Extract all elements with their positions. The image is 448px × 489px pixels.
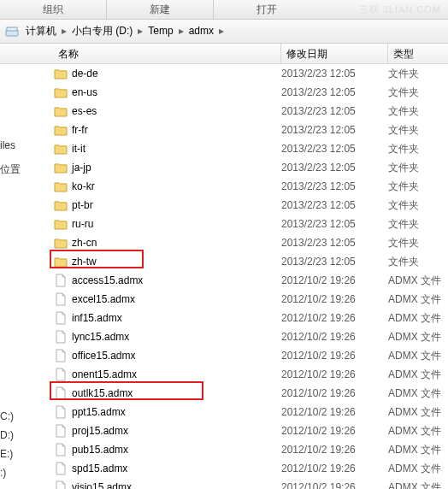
item-name: excel15.admx xyxy=(72,293,281,305)
folder-icon xyxy=(53,143,68,155)
item-name: outlk15.admx xyxy=(72,387,281,399)
item-name: pub15.admx xyxy=(72,444,281,456)
item-name: ppt15.admx xyxy=(72,406,281,418)
item-date: 2012/10/2 19:26 xyxy=(281,462,388,474)
column-type[interactable]: 类型 xyxy=(388,44,448,63)
item-type: 文件夹 xyxy=(388,104,448,119)
list-item[interactable]: es-es2013/2/23 12:05文件夹 xyxy=(0,102,448,121)
item-name: zh-cn xyxy=(72,237,281,249)
item-name: lync15.admx xyxy=(72,331,281,343)
item-type: 文件夹 xyxy=(388,85,448,100)
list-item[interactable]: spd15.admx2012/10/2 19:26ADMX 文件 xyxy=(0,459,448,478)
item-name: es-es xyxy=(72,105,281,117)
list-item[interactable]: access15.admx2012/10/2 19:26ADMX 文件 xyxy=(0,271,448,290)
breadcrumb-item[interactable]: 计算机 xyxy=(22,25,60,37)
column-date[interactable]: 修改日期 xyxy=(281,44,388,63)
item-date: 2012/10/2 19:26 xyxy=(281,293,388,305)
chevron-right-icon: ▸ xyxy=(60,25,68,37)
breadcrumb-item[interactable]: Temp xyxy=(144,25,176,37)
item-date: 2012/10/2 19:26 xyxy=(281,425,388,437)
toolbar-new[interactable]: 新建 xyxy=(107,0,213,19)
list-item[interactable]: ja-jp2013/2/23 12:05文件夹 xyxy=(0,158,448,177)
folder-icon xyxy=(53,86,68,98)
item-name: pt-br xyxy=(72,199,281,211)
item-date: 2012/10/2 19:26 xyxy=(281,481,388,489)
item-type: ADMX 文件 xyxy=(388,462,448,476)
item-date: 2013/2/23 12:05 xyxy=(281,162,388,174)
list-item[interactable]: de-de2013/2/23 12:05文件夹 xyxy=(0,64,448,83)
list-item[interactable]: pub15.admx2012/10/2 19:26ADMX 文件 xyxy=(0,440,448,459)
list-item[interactable]: proj15.admx2012/10/2 19:26ADMX 文件 xyxy=(0,421,448,440)
item-type: ADMX 文件 xyxy=(388,349,448,363)
item-name: spd15.admx xyxy=(72,462,281,474)
sidebar-fragment: C:) xyxy=(0,410,14,422)
list-item[interactable]: excel15.admx2012/10/2 19:26ADMX 文件 xyxy=(0,290,448,309)
list-item[interactable]: onent15.admx2012/10/2 19:26ADMX 文件 xyxy=(0,365,448,384)
drive-icon xyxy=(5,25,19,38)
sidebar-fragment: :) xyxy=(0,467,6,479)
breadcrumb-item[interactable]: admx xyxy=(186,25,217,37)
item-date: 2013/2/23 12:05 xyxy=(281,105,388,117)
list-item[interactable]: zh-tw2013/2/23 12:05文件夹 xyxy=(0,252,448,271)
list-item[interactable]: en-us2013/2/23 12:05文件夹 xyxy=(0,83,448,102)
item-name: onent15.admx xyxy=(72,368,281,380)
file-icon xyxy=(53,368,68,381)
item-date: 2012/10/2 19:26 xyxy=(281,331,388,343)
item-name: office15.admx xyxy=(72,350,281,362)
toolbar-organize[interactable]: 组织 xyxy=(0,0,106,19)
item-name: zh-tw xyxy=(72,256,281,268)
file-icon xyxy=(53,443,68,457)
item-date: 2013/2/23 12:05 xyxy=(281,86,388,98)
list-item[interactable]: visio15.admx2012/10/2 19:26ADMX 文件 xyxy=(0,478,448,489)
sidebar-fragment: E:) xyxy=(0,448,13,460)
list-item[interactable]: ko-kr2013/2/23 12:05文件夹 xyxy=(0,177,448,196)
file-icon xyxy=(53,274,68,287)
file-icon xyxy=(53,292,68,306)
folder-icon xyxy=(53,180,68,192)
item-type: ADMX 文件 xyxy=(388,443,448,457)
item-date: 2013/2/23 12:05 xyxy=(281,180,388,192)
item-type: ADMX 文件 xyxy=(388,368,448,382)
toolbar-open[interactable]: 打开 xyxy=(214,0,320,19)
column-name[interactable]: 名称 xyxy=(53,44,281,63)
file-icon xyxy=(53,405,68,419)
toolbar: 组织 新建 打开 xyxy=(0,0,448,20)
folder-icon xyxy=(53,218,68,230)
item-date: 2012/10/2 19:26 xyxy=(281,312,388,324)
list-item[interactable]: it-it2013/2/23 12:05文件夹 xyxy=(0,139,448,158)
item-name: proj15.admx xyxy=(72,425,281,437)
file-list: de-de2013/2/23 12:05文件夹en-us2013/2/23 12… xyxy=(0,64,448,489)
item-date: 2012/10/2 19:26 xyxy=(281,406,388,418)
folder-icon xyxy=(53,199,68,211)
item-date: 2012/10/2 19:26 xyxy=(281,387,388,399)
list-item[interactable]: inf15.admx2012/10/2 19:26ADMX 文件 xyxy=(0,309,448,327)
item-name: ko-kr xyxy=(72,180,281,192)
breadcrumb-item[interactable]: 小白专用 (D:) xyxy=(68,25,136,37)
item-name: ru-ru xyxy=(72,218,281,230)
list-item[interactable]: outlk15.admx2012/10/2 19:26ADMX 文件 xyxy=(0,384,448,403)
item-type: 文件夹 xyxy=(388,161,448,175)
item-date: 2013/2/23 12:05 xyxy=(281,237,388,249)
item-date: 2012/10/2 19:26 xyxy=(281,350,388,362)
list-item[interactable]: pt-br2013/2/23 12:05文件夹 xyxy=(0,196,448,215)
item-type: 文件夹 xyxy=(388,123,448,138)
list-item[interactable]: ppt15.admx2012/10/2 19:26ADMX 文件 xyxy=(0,403,448,421)
list-item[interactable]: lync15.admx2012/10/2 19:26ADMX 文件 xyxy=(0,327,448,346)
item-date: 2013/2/23 12:05 xyxy=(281,256,388,268)
item-type: 文件夹 xyxy=(388,180,448,194)
list-item[interactable]: ru-ru2013/2/23 12:05文件夹 xyxy=(0,215,448,233)
item-type: 文件夹 xyxy=(388,142,448,156)
file-icon xyxy=(53,480,68,489)
list-item[interactable]: office15.admx2012/10/2 19:26ADMX 文件 xyxy=(0,346,448,365)
list-item[interactable]: zh-cn2013/2/23 12:05文件夹 xyxy=(0,233,448,252)
address-bar[interactable]: 计算机▸小白专用 (D:)▸Temp▸admx▸ xyxy=(0,20,448,44)
item-date: 2013/2/23 12:05 xyxy=(281,68,388,80)
file-icon xyxy=(53,462,68,475)
file-icon xyxy=(53,386,68,400)
folder-icon xyxy=(53,237,68,249)
item-date: 2013/2/23 12:05 xyxy=(281,218,388,230)
item-type: ADMX 文件 xyxy=(388,405,448,420)
list-item[interactable]: fr-fr2013/2/23 12:05文件夹 xyxy=(0,121,448,139)
folder-icon xyxy=(53,105,68,117)
item-date: 2012/10/2 19:26 xyxy=(281,274,388,286)
